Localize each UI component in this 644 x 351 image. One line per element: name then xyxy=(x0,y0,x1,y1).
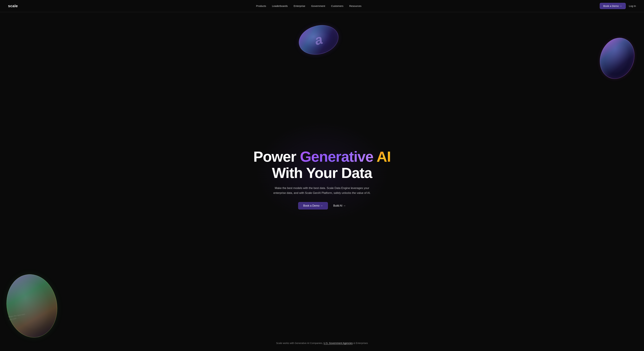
hero-headline: Power Generative AI With Your Data xyxy=(253,149,390,181)
hero-content: Power Generative AI With Your Data Make … xyxy=(253,149,390,209)
orb-left-reflection: Make the best mod... and with ... xyxy=(8,311,42,321)
headline-ai: AI xyxy=(376,148,390,165)
headline-space xyxy=(373,148,376,165)
orb-top: a xyxy=(296,21,342,59)
hero-build-ai-button[interactable]: Build AI → xyxy=(333,204,346,207)
hero-subtext: Make the best models with the best data.… xyxy=(270,186,374,195)
nav-item-enterprise[interactable]: Enterprise xyxy=(294,4,305,7)
trust-line: Scale works with Generative AI Companies… xyxy=(276,342,368,345)
nav-links: Products Leaderboards Enterprise Governm… xyxy=(256,4,362,7)
trust-gov-link[interactable]: U.S. Government Agencies xyxy=(324,342,353,345)
trust-text-before: Scale works with Generative AI Companies… xyxy=(276,342,323,345)
orb-top-letter: a xyxy=(313,31,324,48)
hero-section: a Make the best mod... and with ... Powe… xyxy=(0,12,644,351)
brand-logo[interactable]: scale xyxy=(8,4,18,8)
nav-item-customers[interactable]: Customers xyxy=(331,4,343,7)
orb-left xyxy=(2,270,62,342)
nav-book-demo-button[interactable]: Book a Demo → xyxy=(600,3,626,9)
orb-right xyxy=(594,33,640,84)
headline-with-your-data: With Your Data xyxy=(272,165,372,181)
headline-power: Power xyxy=(253,148,300,165)
nav-actions: Book a Demo → Log In xyxy=(600,3,636,9)
nav-item-products[interactable]: Products xyxy=(256,4,266,7)
nav-item-resources[interactable]: Resources xyxy=(349,4,362,7)
trust-text-after: & Enterprises xyxy=(353,342,368,345)
nav-item-government[interactable]: Government xyxy=(311,4,325,7)
navbar: scale Products Leaderboards Enterprise G… xyxy=(0,0,644,12)
hero-book-demo-button[interactable]: Book a Demo → xyxy=(298,202,328,209)
headline-generative: Generative xyxy=(300,148,373,165)
nav-login-button[interactable]: Log In xyxy=(629,4,636,7)
nav-item-leaderboards[interactable]: Leaderboards xyxy=(272,4,288,7)
hero-ctas: Book a Demo → Build AI → xyxy=(253,202,390,209)
